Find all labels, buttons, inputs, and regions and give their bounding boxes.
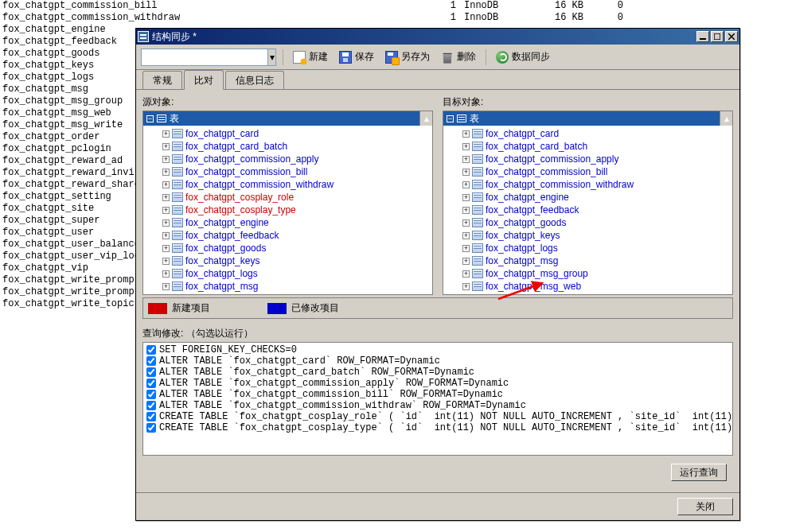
tree-node[interactable]: +fox_chatgpt_cosplay_type xyxy=(143,204,432,216)
tree-node[interactable]: +fox_chatgpt_card xyxy=(443,127,732,140)
expand-icon[interactable]: + xyxy=(462,283,470,290)
query-checkbox[interactable] xyxy=(146,401,156,410)
minimize-button[interactable] xyxy=(696,31,709,42)
table-row[interactable]: fox_chatgpt_commission_bill1InnoDB16 KB0 xyxy=(2,0,786,12)
query-line[interactable]: SET FOREIGN_KEY_CHECKS=0 xyxy=(145,344,731,355)
tree-node[interactable]: +fox_chatgpt_card_batch xyxy=(443,140,732,153)
query-checkbox[interactable] xyxy=(146,412,156,421)
expand-icon[interactable]: + xyxy=(162,245,170,252)
expand-icon[interactable]: + xyxy=(162,232,170,239)
collapse-icon[interactable]: − xyxy=(447,115,454,122)
expand-icon[interactable]: + xyxy=(462,232,470,239)
expand-icon[interactable]: + xyxy=(162,156,170,163)
tree-node[interactable]: +fox_chatgpt_logs xyxy=(143,267,432,280)
tree-node[interactable]: +fox_chatgpt_commission_apply xyxy=(443,153,732,165)
tree-node[interactable]: +fox_chatgpt_commission_apply xyxy=(143,153,432,165)
query-line[interactable]: ALTER TABLE `fox_chatgpt_card_batch` ROW… xyxy=(145,367,731,378)
tree-node[interactable]: +fox_chatgpt_goods xyxy=(143,242,432,254)
run-query-button[interactable]: 运行查询 xyxy=(671,464,727,481)
source-tree[interactable]: +fox_chatgpt_card+fox_chatgpt_card_batch… xyxy=(143,126,432,294)
expand-icon[interactable]: + xyxy=(462,156,470,163)
tree-node[interactable]: +fox_chatgpt_feedback xyxy=(143,229,432,242)
expand-icon[interactable]: + xyxy=(162,169,170,176)
profile-input[interactable] xyxy=(142,49,267,65)
tree-node-label: fox_chatgpt_logs xyxy=(185,268,258,279)
query-line[interactable]: ALTER TABLE `fox_chatgpt_commission_bill… xyxy=(145,389,731,400)
tree-node[interactable]: +fox_chatgpt_keys xyxy=(443,229,732,242)
target-tree[interactable]: +fox_chatgpt_card+fox_chatgpt_card_batch… xyxy=(443,126,732,294)
tab-compare[interactable]: 比对 xyxy=(184,70,224,90)
tree-node[interactable]: +fox_chatgpt_feedback xyxy=(443,204,732,216)
combo-dropdown-icon[interactable]: ▾ xyxy=(267,49,275,65)
tree-node[interactable]: +fox_chatgpt_commission_withdraw xyxy=(143,178,432,191)
tree-node[interactable]: +fox_chatgpt_goods xyxy=(443,216,732,229)
delete-button[interactable]: 删除 xyxy=(438,48,479,67)
toolbar-separator xyxy=(283,49,283,65)
query-line[interactable]: ALTER TABLE `fox_chatgpt_commission_appl… xyxy=(145,378,731,389)
query-checkbox[interactable] xyxy=(146,379,156,388)
saveas-button[interactable]: 另存为 xyxy=(382,48,433,67)
expand-icon[interactable]: + xyxy=(162,219,170,227)
expand-icon[interactable]: + xyxy=(162,130,170,138)
expand-icon[interactable]: + xyxy=(162,143,170,150)
tree-node[interactable]: +fox_chatgpt_msg_group xyxy=(443,267,732,280)
target-tree-header[interactable]: − 表 ▴ xyxy=(443,111,732,126)
query-checkbox[interactable] xyxy=(146,367,156,377)
data-sync-button[interactable]: 数据同步 xyxy=(493,48,553,67)
expand-icon[interactable]: + xyxy=(162,194,170,201)
tree-node[interactable]: +fox_chatgpt_commission_bill xyxy=(143,165,432,178)
save-button[interactable]: 保存 xyxy=(336,48,377,67)
expand-icon[interactable]: + xyxy=(462,143,470,150)
expand-icon[interactable]: + xyxy=(462,194,470,201)
query-checkbox[interactable] xyxy=(146,423,156,433)
expand-icon[interactable]: + xyxy=(162,270,170,278)
query-checkbox[interactable] xyxy=(146,356,156,366)
titlebar[interactable]: 结构同步 * xyxy=(136,29,739,45)
maximize-button[interactable] xyxy=(711,31,724,42)
expand-icon[interactable]: + xyxy=(462,245,470,252)
query-checkbox[interactable] xyxy=(146,345,156,355)
expand-icon[interactable]: + xyxy=(462,219,470,227)
close-button[interactable] xyxy=(725,31,738,42)
tab-general[interactable]: 常规 xyxy=(142,71,182,89)
tree-node[interactable]: +fox_chatgpt_msg_web xyxy=(443,280,732,293)
tree-node[interactable]: +fox_chatgpt_commission_bill xyxy=(443,165,732,178)
tree-node[interactable]: +fox_chatgpt_card xyxy=(143,127,432,140)
table-icon xyxy=(172,231,183,240)
tree-node[interactable]: +fox_chatgpt_keys xyxy=(143,254,432,267)
tree-node-label: fox_chatgpt_msg_web xyxy=(486,281,581,292)
profile-combo[interactable]: ▾ xyxy=(141,49,276,66)
tree-node[interactable]: +fox_chatgpt_cosplay_role xyxy=(143,191,432,204)
tree-node[interactable]: +fox_chatgpt_engine xyxy=(143,216,432,229)
expand-icon[interactable]: + xyxy=(162,283,170,290)
tree-node[interactable]: +fox_chatgpt_commission_withdraw xyxy=(443,178,732,191)
expand-icon[interactable]: + xyxy=(462,258,470,265)
tree-node[interactable]: +fox_chatgpt_logs xyxy=(443,242,732,254)
expand-icon[interactable]: + xyxy=(162,207,170,214)
query-line[interactable]: CREATE TABLE `fox_chatgpt_cosplay_type` … xyxy=(145,422,731,433)
tab-log[interactable]: 信息日志 xyxy=(225,71,284,89)
close-dialog-button[interactable]: 关闭 xyxy=(677,498,733,515)
collapse-icon[interactable]: − xyxy=(146,115,154,122)
expand-icon[interactable]: + xyxy=(162,258,170,265)
query-line[interactable]: ALTER TABLE `fox_chatgpt_card` ROW_FORMA… xyxy=(145,355,731,367)
tree-node[interactable]: +fox_chatgpt_msg xyxy=(443,254,732,267)
expand-icon[interactable]: + xyxy=(462,207,470,214)
query-line[interactable]: CREATE TABLE `fox_chatgpt_cosplay_role` … xyxy=(145,411,731,422)
query-line[interactable]: ALTER TABLE `fox_chatgpt_commission_with… xyxy=(145,400,731,411)
source-tree-header[interactable]: − 表 ▴ xyxy=(143,111,432,126)
scroll-up-icon[interactable]: ▴ xyxy=(720,111,732,126)
tree-node[interactable]: +fox_chatgpt_engine xyxy=(443,191,732,204)
query-checkbox[interactable] xyxy=(146,390,156,399)
expand-icon[interactable]: + xyxy=(462,130,470,138)
scroll-up-icon[interactable]: ▴ xyxy=(419,111,432,126)
expand-icon[interactable]: + xyxy=(162,181,170,188)
new-button[interactable]: 新建 xyxy=(290,48,331,67)
expand-icon[interactable]: + xyxy=(462,181,470,188)
tree-node[interactable]: +fox_chatgpt_card_batch xyxy=(143,140,432,153)
expand-icon[interactable]: + xyxy=(462,169,470,176)
expand-icon[interactable]: + xyxy=(462,270,470,278)
queries-box[interactable]: SET FOREIGN_KEY_CHECKS=0ALTER TABLE `fox… xyxy=(142,342,733,456)
table-row[interactable]: fox_chatgpt_commission_withdraw1InnoDB16… xyxy=(2,12,786,24)
tree-node[interactable]: +fox_chatgpt_msg xyxy=(143,280,432,293)
